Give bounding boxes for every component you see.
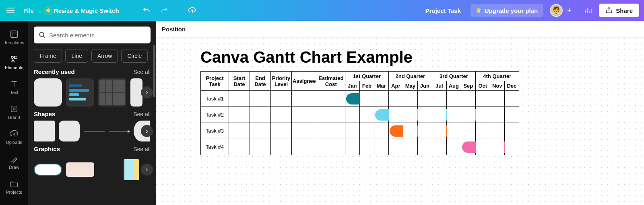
empty-cell [271,123,292,139]
shape-line[interactable] [84,131,105,131]
month-header: Dec [504,81,519,91]
analytics-icon[interactable] [581,3,596,18]
gantt-cell [388,139,403,155]
empty-cell [317,107,345,123]
rail-label: Text [10,90,18,95]
rail-label: Brand [8,115,20,120]
gantt-cell [345,107,359,123]
see-all-recent[interactable]: See all [133,69,151,75]
chip-line[interactable]: Line [65,49,88,63]
gantt-cell [504,107,519,123]
resize-magic-switch[interactable]: Resize & Magic Switch [41,5,123,16]
file-menu[interactable]: File [19,5,38,16]
canvas[interactable]: Canva Gantt Chart Example Project Task S… [156,38,644,205]
gantt-cell [345,123,359,139]
gantt-chart[interactable]: Project Task Start Date End Date Priorit… [200,71,519,155]
gantt-cell [490,123,504,139]
avatar[interactable]: 🧑‍💼 [550,4,563,17]
gantt-cell [417,91,432,107]
month-header: Sep [461,81,475,91]
empty-cell [271,107,292,123]
thumbs-next-icon[interactable]: › [141,164,153,176]
redo-button[interactable] [157,3,171,18]
svg-point-5 [39,32,44,37]
graphics-thumbs: › [34,156,151,184]
add-collaborator-button[interactable]: + [564,5,575,16]
task-label: Task #4 [201,139,229,155]
quarter-header: 1st Quarter [345,72,388,81]
empty-cell [229,123,250,139]
section-recent-title: Recently used [34,68,75,75]
chip-circle[interactable]: Circle [121,49,148,63]
quarter-header: 2nd Quarter [388,72,432,81]
quarter-header: 4th Quarter [475,72,519,81]
chip-frame[interactable]: Frame [34,49,62,63]
svg-rect-0 [11,31,18,38]
thumbs-next-icon[interactable]: › [141,86,153,98]
task-row[interactable]: Task #4 [201,139,519,155]
cloud-sync-icon[interactable] [185,3,200,18]
month-header: Jul [432,81,446,91]
position-button[interactable]: Position [162,26,186,33]
rail-projects[interactable]: Projects [0,174,28,199]
rail-templates[interactable]: Templates [0,25,28,50]
search-box[interactable] [34,27,151,43]
empty-cell [317,91,345,107]
task-row[interactable]: Task #1 [201,91,519,107]
rail-uploads[interactable]: Uploads [0,125,28,150]
graphic-thumb[interactable] [34,164,62,176]
svg-rect-3 [11,106,17,112]
graphic-thumb[interactable] [66,162,94,177]
shape-square[interactable] [34,121,55,141]
shape-arrow[interactable] [109,131,130,131]
gantt-cell [403,139,417,155]
section-shapes-title: Shapes [34,111,55,117]
empty-cell [292,123,317,139]
task-row[interactable]: Task #2 [201,107,519,123]
gantt-cell [359,139,374,155]
month-header: May [403,81,417,91]
share-button[interactable]: Share [599,4,639,17]
gantt-cell [403,91,417,107]
rail-text[interactable]: Text [0,75,28,100]
canvas-toolbar: Position [156,21,644,38]
gantt-cell [461,123,475,139]
svg-point-1 [11,56,14,59]
upgrade-button[interactable]: ♛ Upgrade your plan [471,4,544,17]
rail-label: Projects [6,190,22,195]
gantt-cell [490,139,504,155]
gantt-cell [359,123,374,139]
graphic-thumb[interactable] [98,156,119,184]
project-title[interactable]: Project Task [419,7,467,14]
undo-button[interactable] [139,3,154,18]
chip-arrow[interactable]: Arrow [91,49,118,63]
thumbs-next-icon[interactable]: › [141,125,153,137]
rail-draw[interactable]: Draw [0,150,28,174]
rail-elements[interactable]: Elements [0,50,28,75]
quarter-header: 3rd Quarter [432,72,475,81]
recent-thumb[interactable] [66,78,94,107]
rail-label: Elements [5,65,23,70]
month-header: Mar [374,81,388,91]
see-all-graphics[interactable]: See all [133,146,151,152]
gantt-cell [504,91,519,107]
graphic-thumb[interactable] [123,159,139,180]
gantt-cell [504,139,519,155]
menu-icon[interactable] [5,5,16,16]
upgrade-label: Upgrade your plan [485,7,538,14]
crown-icon: ♛ [476,7,481,14]
document-title[interactable]: Canva Gantt Chart Example [200,48,600,66]
recent-thumb[interactable] [34,78,62,107]
task-row[interactable]: Task #3 [201,123,519,139]
rail-brand[interactable]: Brand [0,100,28,125]
gantt-cell [374,91,388,107]
shape-rounded-square[interactable] [59,121,80,141]
gantt-cell [504,123,519,139]
see-all-shapes[interactable]: See all [133,111,151,117]
empty-cell [292,139,317,155]
search-input[interactable] [49,32,146,39]
svg-rect-2 [14,56,17,59]
gantt-cell [388,91,403,107]
gantt-cell [475,91,490,107]
recent-thumb[interactable] [98,78,126,107]
